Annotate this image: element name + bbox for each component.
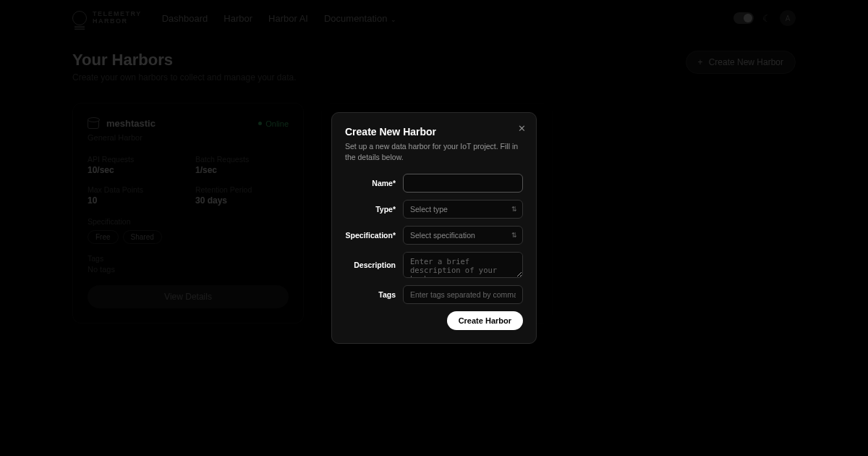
modal-overlay[interactable]: ✕ Create New Harbor Set up a new data ha…	[0, 0, 868, 456]
type-label: Type*	[345, 205, 396, 214]
create-harbor-modal: ✕ Create New Harbor Set up a new data ha…	[331, 112, 537, 344]
create-harbor-submit[interactable]: Create Harbor	[447, 311, 523, 330]
name-input[interactable]	[403, 174, 523, 193]
tags-input[interactable]	[403, 285, 523, 304]
name-label: Name*	[345, 179, 396, 187]
modal-title: Create New Harbor	[345, 126, 523, 138]
desc-label: Description	[345, 261, 396, 269]
type-select[interactable]: Select type	[403, 200, 523, 219]
close-icon[interactable]: ✕	[518, 123, 526, 134]
tags-label: Tags	[345, 290, 396, 299]
spec-select[interactable]: Select specification	[403, 226, 523, 245]
description-input[interactable]	[403, 252, 523, 278]
spec-label: Specification*	[345, 231, 396, 240]
modal-subtitle: Set up a new data harbor for your IoT pr…	[345, 141, 523, 162]
